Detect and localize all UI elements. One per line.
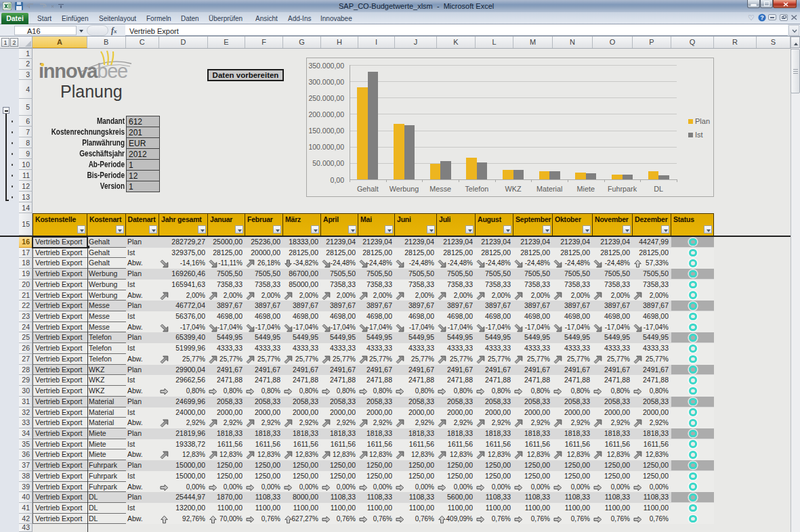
svg-text:?: ? [760,14,764,21]
